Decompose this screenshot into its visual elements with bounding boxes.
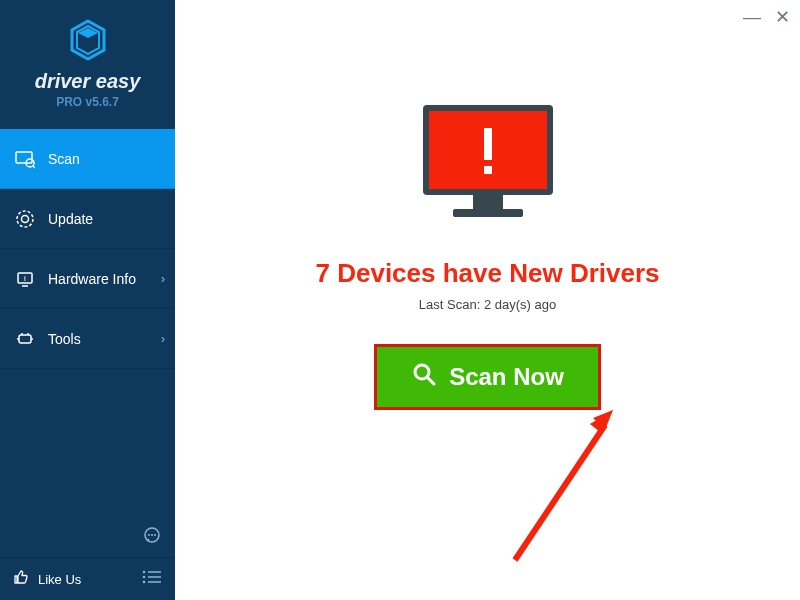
- svg-point-5: [17, 211, 33, 227]
- sidebar-item-label: Tools: [48, 331, 81, 347]
- minimize-icon[interactable]: —: [743, 8, 761, 26]
- svg-rect-10: [19, 335, 31, 343]
- svg-rect-30: [484, 166, 492, 174]
- sidebar-item-scan[interactable]: Scan: [0, 129, 175, 189]
- svg-rect-28: [453, 209, 523, 217]
- nav-list: Scan Update i Hardware Info › Tools ›: [0, 129, 175, 525]
- brand-name: driver easy: [0, 70, 175, 93]
- svg-line-4: [33, 166, 35, 168]
- tools-icon: [14, 328, 36, 350]
- version-label: PRO v5.6.7: [0, 95, 175, 109]
- window-controls: — ✕: [743, 8, 790, 26]
- center-content: 7 Devices have New Drivers Last Scan: 2 …: [175, 0, 800, 410]
- search-icon: [411, 361, 437, 393]
- alert-monitor-icon: [413, 100, 563, 234]
- thumbs-up-icon[interactable]: [12, 568, 30, 590]
- hardware-icon: i: [14, 268, 36, 290]
- sidebar-item-update[interactable]: Update: [0, 189, 175, 249]
- annotation-arrow-icon: [505, 400, 645, 574]
- svg-line-32: [427, 377, 434, 384]
- svg-text:i: i: [24, 274, 26, 283]
- last-scan-label: Last Scan: 2 day(s) ago: [419, 297, 556, 312]
- sidebar-item-label: Scan: [48, 151, 80, 167]
- feedback-icon[interactable]: [141, 525, 163, 551]
- svg-line-33: [515, 425, 605, 560]
- like-us-label[interactable]: Like Us: [38, 572, 81, 587]
- svg-marker-34: [590, 410, 613, 432]
- menu-icon[interactable]: [141, 569, 163, 589]
- sidebar-item-tools[interactable]: Tools ›: [0, 309, 175, 369]
- svg-point-21: [143, 576, 146, 579]
- scan-button-label: Scan Now: [449, 363, 564, 391]
- svg-rect-2: [16, 152, 32, 163]
- scan-icon: [14, 148, 36, 170]
- sidebar: driver easy PRO v5.6.7 Scan Update i Har…: [0, 0, 175, 600]
- logo-area: driver easy PRO v5.6.7: [0, 0, 175, 121]
- bottom-bar: Like Us: [0, 557, 175, 600]
- svg-point-23: [143, 581, 146, 584]
- headline: 7 Devices have New Drivers: [316, 258, 660, 289]
- sidebar-item-label: Update: [48, 211, 93, 227]
- chevron-right-icon: ›: [161, 272, 165, 286]
- chevron-right-icon: ›: [161, 332, 165, 346]
- svg-point-17: [151, 534, 153, 536]
- svg-point-16: [148, 534, 150, 536]
- svg-point-6: [22, 215, 29, 222]
- sidebar-item-label: Hardware Info: [48, 271, 136, 287]
- sidebar-item-hardware-info[interactable]: i Hardware Info ›: [0, 249, 175, 309]
- logo-icon: [66, 18, 110, 66]
- svg-point-19: [143, 571, 146, 574]
- close-icon[interactable]: ✕: [775, 8, 790, 26]
- svg-rect-29: [484, 128, 492, 160]
- main-panel: — ✕ 7 Devices have New Drivers Last Scan…: [175, 0, 800, 600]
- scan-now-button[interactable]: Scan Now: [374, 344, 601, 410]
- update-icon: [14, 208, 36, 230]
- svg-marker-35: [593, 410, 613, 430]
- svg-point-18: [154, 534, 156, 536]
- svg-rect-27: [473, 195, 503, 209]
